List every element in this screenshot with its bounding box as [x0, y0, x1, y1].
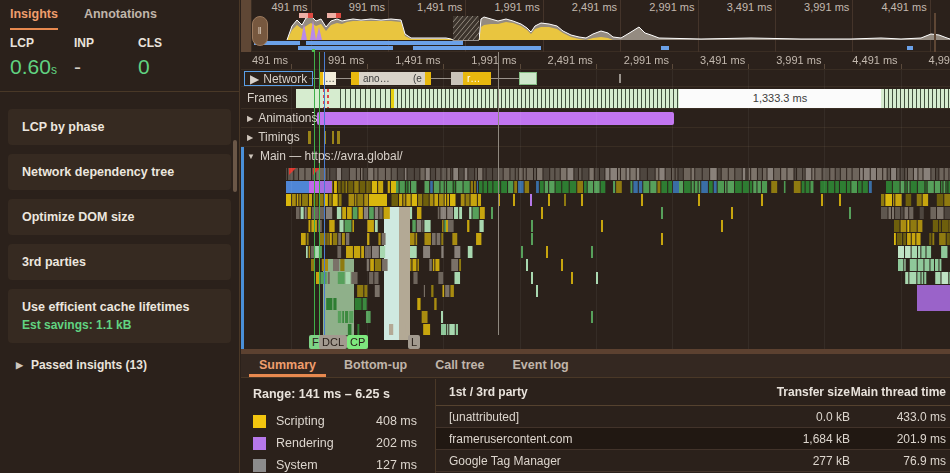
- minimap-tick-label: 991 ms: [313, 1, 385, 13]
- insights-sidebar: Insights Annotations LCP 0.60s INP - CLS…: [0, 0, 240, 473]
- minimap-end-marker: [934, 13, 936, 52]
- network-request[interactable]: r…: [463, 72, 491, 85]
- metric-cls: CLS 0: [138, 36, 202, 79]
- minimap-tick-label: 3,991 ms: [777, 1, 849, 13]
- track-gridline: [443, 70, 444, 349]
- chevron-down-icon: ▼: [247, 152, 255, 161]
- event-marker-line: [498, 52, 499, 335]
- legend-label: Scripting: [276, 414, 325, 428]
- minimap-tick-label: 2,991 ms: [623, 1, 695, 13]
- inp-value: -: [74, 55, 138, 79]
- metric-inp: INP -: [74, 36, 138, 79]
- ruler-tick-label: 2,491 ms: [519, 54, 593, 66]
- insight-card-lcp-by-phase[interactable]: LCP by phase: [8, 109, 231, 145]
- track-gridline: [748, 70, 749, 349]
- minimap-longtask-mark: [327, 13, 341, 18]
- cls-label: CLS: [138, 36, 202, 50]
- minimap-network-bar: [661, 46, 669, 50]
- insight-card-optimize-dom-size[interactable]: Optimize DOM size: [8, 199, 231, 235]
- network-request[interactable]: [619, 74, 621, 83]
- minimap-network-bar: [306, 41, 463, 45]
- network-request[interactable]: …: [319, 72, 336, 85]
- tab-bottom-up[interactable]: Bottom-up: [334, 354, 417, 377]
- animations-track-label: Animations: [258, 111, 317, 125]
- network-request[interactable]: [519, 72, 537, 85]
- est-savings: Est savings: 1.1 kB: [22, 318, 217, 332]
- minimap-network-bar: [413, 46, 541, 50]
- minimap-longtask-mark: [299, 13, 313, 18]
- table-row[interactable]: framerusercontent.com 1,684 kB 201.9 ms: [436, 428, 950, 450]
- long-frame-block[interactable]: 1,333.3 ms: [679, 89, 881, 108]
- network-request[interactable]: (e: [411, 72, 431, 85]
- details-tabbar: Summary Bottom-up Call tree Event log: [241, 354, 950, 378]
- system-swatch: [253, 459, 266, 472]
- legend-value: 127 ms: [376, 458, 417, 472]
- passed-insights-toggle[interactable]: ▶ Passed insights (13): [8, 352, 231, 378]
- track-gridline: [596, 70, 597, 349]
- ruler-tick-label: 991 ms: [290, 54, 364, 66]
- table-header[interactable]: 1st / 3rd party Transfer size Main threa…: [436, 379, 950, 406]
- legend-row-rendering: Rendering 202 ms: [253, 432, 435, 454]
- tab-call-tree[interactable]: Call tree: [425, 354, 494, 377]
- core-web-vitals: LCP 0.60s INP - CLS 0: [0, 30, 239, 79]
- dropped-frame-marker: [327, 89, 329, 108]
- track-gridline: [824, 70, 825, 349]
- event-marker-line: [324, 52, 325, 335]
- category-summary: Range: 141 ms – 6.25 s Scripting 408 ms …: [241, 379, 435, 473]
- event-marker-line: [314, 52, 315, 335]
- devtools-performance-panel: Insights Annotations LCP 0.60s INP - CLS…: [0, 0, 950, 473]
- timings-track-label: Timings: [258, 130, 300, 144]
- sidebar-tabbar: Insights Annotations: [0, 0, 239, 30]
- timeline-ruler[interactable]: 491 ms991 ms1,491 ms1,991 ms2,491 ms2,99…: [241, 52, 950, 70]
- chevron-right-icon: ▶: [16, 360, 23, 370]
- tab-event-log[interactable]: Event log: [503, 354, 579, 377]
- insight-cards: LCP by phase Network dependency tree Opt…: [0, 92, 239, 378]
- main-track-selection-indicator: [241, 147, 244, 349]
- chevron-right-icon: ▶: [247, 133, 253, 142]
- marker-badge-cp[interactable]: CP: [347, 335, 368, 349]
- rendering-swatch: [253, 437, 266, 450]
- frame-block[interactable]: [296, 89, 336, 108]
- tab-insights[interactable]: Insights: [10, 7, 58, 30]
- minimap-left-handle[interactable]: [241, 0, 252, 52]
- marker-badge-l[interactable]: L: [408, 335, 420, 349]
- request-whisker: [491, 78, 519, 79]
- sidebar-scrollbar[interactable]: [233, 140, 237, 192]
- ruler-tick-label: 3,991 ms: [747, 54, 821, 66]
- frame-block[interactable]: [881, 89, 950, 108]
- timing-mark[interactable]: [308, 131, 311, 144]
- legend-value: 202 ms: [376, 436, 417, 450]
- frames-track-label: Frames: [247, 91, 288, 105]
- timing-mark[interactable]: [337, 131, 340, 144]
- minimap-tick-label: 4,491 ms: [855, 1, 927, 13]
- scripting-swatch: [253, 415, 266, 428]
- ruler-tick-label: 4,491 ms: [824, 54, 898, 66]
- table-row[interactable]: [unattributed] 0.0 kB 433.0 ms: [436, 406, 950, 428]
- request-whisker: [336, 78, 351, 79]
- ruler-tick-label: 4,991 ms: [900, 54, 950, 66]
- ruler-tick-label: 491 ms: [214, 54, 288, 66]
- frame-block[interactable]: [394, 89, 679, 108]
- metric-lcp: LCP 0.60s: [10, 36, 74, 79]
- tab-annotations[interactable]: Annotations: [84, 7, 157, 30]
- table-row[interactable]: Google Tag Manager 277 kB 76.9 ms: [436, 450, 950, 472]
- lcp-label: LCP: [10, 36, 74, 50]
- network-request[interactable]: [451, 72, 463, 85]
- insight-card-network-dependency-tree[interactable]: Network dependency tree: [8, 154, 231, 190]
- timeline-minimap[interactable]: 491 ms991 ms1,491 ms1,991 ms2,491 ms2,99…: [241, 0, 950, 52]
- insight-card-cache-lifetimes[interactable]: Use efficient cache lifetimes Est saving…: [8, 289, 231, 343]
- minimap-cpu-chart[interactable]: [241, 13, 950, 41]
- chevron-right-icon: ▶: [247, 114, 253, 123]
- animation-bar[interactable]: [317, 112, 674, 125]
- legend-row-system: System 127 ms: [253, 454, 435, 473]
- ruler-tick-label: 2,991 ms: [595, 54, 669, 66]
- pause-handle-icon[interactable]: ‖: [252, 16, 268, 46]
- network-track-label[interactable]: ▶ Network: [244, 71, 313, 86]
- minimap-tick-label: 1,991 ms: [468, 1, 540, 13]
- marker-badge-dcl[interactable]: DCL: [319, 335, 347, 349]
- frame-block[interactable]: [336, 89, 391, 108]
- timing-mark[interactable]: [332, 131, 334, 144]
- tab-summary[interactable]: Summary: [249, 354, 326, 377]
- insight-card-3rd-parties[interactable]: 3rd parties: [8, 244, 231, 280]
- network-request[interactable]: [351, 72, 359, 85]
